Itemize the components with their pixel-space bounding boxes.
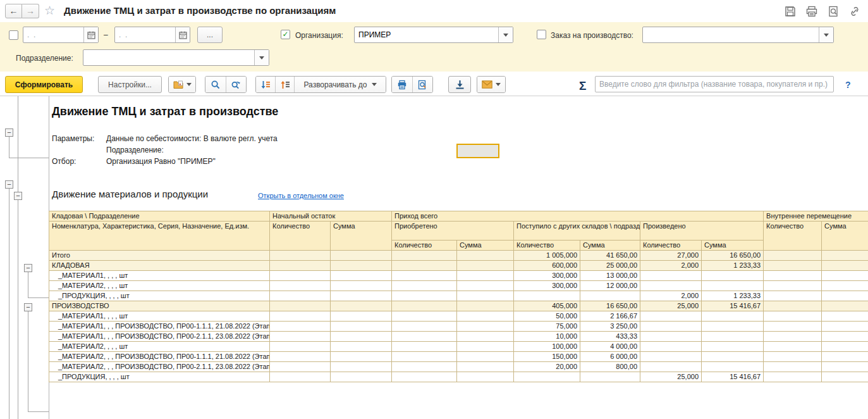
find-next-button[interactable] <box>226 77 246 92</box>
value-cell[interactable] <box>457 311 514 322</box>
value-cell[interactable]: 433,33 <box>580 332 640 342</box>
value-cell[interactable] <box>457 332 514 342</box>
value-cell[interactable]: 600,000 <box>514 261 580 271</box>
value-cell[interactable] <box>392 342 457 352</box>
value-cell[interactable] <box>270 322 331 332</box>
header-sum[interactable]: Сумма <box>331 222 392 251</box>
row-label-cell[interactable]: _МАТЕРИАЛ1, , , ПРОИЗВОДСТВО, ПР00-1.1.1… <box>49 322 270 332</box>
value-cell[interactable] <box>822 362 868 372</box>
header-sum[interactable]: Сумма <box>822 222 868 251</box>
value-cell[interactable] <box>457 251 514 261</box>
value-cell[interactable] <box>514 372 580 382</box>
row-label-cell[interactable]: _МАТЕРИАЛ2, , , ПРОИЗВОДСТВО, ПР00-2.1.1… <box>49 362 270 372</box>
row-label-cell[interactable]: _МАТЕРИАЛ1, , , , шт <box>49 311 270 322</box>
production-order-dropdown-button[interactable] <box>819 27 833 42</box>
value-cell[interactable]: 16 650,00 <box>702 251 764 261</box>
value-cell[interactable]: 12 000,00 <box>580 281 640 291</box>
quick-filter-input[interactable] <box>596 77 833 92</box>
value-cell[interactable] <box>822 301 868 311</box>
print-preview-button[interactable] <box>826 4 840 18</box>
department-dropdown-button[interactable] <box>254 50 269 65</box>
forward-button[interactable]: → <box>22 4 39 18</box>
value-cell[interactable]: 50,000 <box>514 311 580 322</box>
help-button[interactable]: ? <box>845 80 851 90</box>
value-cell[interactable]: 25,000 <box>640 301 702 311</box>
value-cell[interactable] <box>457 261 514 271</box>
value-cell[interactable] <box>457 362 514 372</box>
period-checkbox[interactable] <box>9 30 18 40</box>
value-cell[interactable] <box>457 271 514 281</box>
value-cell[interactable] <box>764 332 822 342</box>
value-cell[interactable] <box>580 372 640 382</box>
value-cell[interactable] <box>270 332 331 342</box>
value-cell[interactable] <box>457 342 514 352</box>
value-cell[interactable]: 25 000,00 <box>580 261 640 271</box>
value-cell[interactable] <box>640 281 702 291</box>
value-cell[interactable]: 27,000 <box>640 251 702 261</box>
value-cell[interactable] <box>331 251 392 261</box>
value-cell[interactable] <box>822 311 868 322</box>
header-received[interactable]: Поступило с других складов \ подразделен… <box>514 222 640 241</box>
value-cell[interactable] <box>331 261 392 271</box>
value-cell[interactable]: 2,000 <box>640 261 702 271</box>
value-cell[interactable]: 1 233,33 <box>702 261 764 271</box>
value-cell[interactable] <box>764 261 822 271</box>
header-initial-balance[interactable]: Начальный остаток <box>270 211 392 222</box>
value-cell[interactable] <box>640 342 702 352</box>
sum-sigma-icon[interactable]: Σ <box>579 79 586 93</box>
header-qty[interactable]: Количество <box>764 222 822 251</box>
value-cell[interactable] <box>331 342 392 352</box>
value-cell[interactable] <box>764 291 822 301</box>
value-cell[interactable] <box>764 362 822 372</box>
collapse-header-group-button[interactable]: − <box>5 128 13 137</box>
date-from-calendar-button[interactable] <box>83 27 98 42</box>
value-cell[interactable] <box>331 311 392 322</box>
quick-print-button[interactable] <box>392 77 412 92</box>
value-cell[interactable] <box>331 322 392 332</box>
value-cell[interactable] <box>331 352 392 362</box>
header-sum[interactable]: Сумма <box>457 241 514 251</box>
value-cell[interactable] <box>764 342 822 352</box>
date-from-input[interactable] <box>23 27 83 42</box>
row-label-cell[interactable]: _МАТЕРИАЛ1, , , ПРОИЗВОДСТВО, ПР00-2.1.1… <box>49 332 270 342</box>
value-cell[interactable]: 6 000,00 <box>580 352 640 362</box>
value-cell[interactable] <box>702 311 764 322</box>
value-cell[interactable] <box>764 372 822 382</box>
value-cell[interactable] <box>640 362 702 372</box>
report-variants-button[interactable] <box>169 77 195 92</box>
value-cell[interactable]: 16 650,00 <box>580 301 640 311</box>
save-button[interactable] <box>783 4 797 18</box>
value-cell[interactable]: 100,000 <box>514 342 580 352</box>
value-cell[interactable]: 10,000 <box>514 332 580 342</box>
collapse-proizvodstvo-button[interactable]: − <box>24 303 32 311</box>
header-purchased[interactable]: Приобретено <box>392 222 514 241</box>
organization-checkbox[interactable]: ✓ <box>281 30 290 39</box>
value-cell[interactable] <box>331 362 392 372</box>
header-qty[interactable]: Количество <box>640 241 702 251</box>
date-to-input[interactable] <box>115 27 175 42</box>
header-qty[interactable]: Количество <box>270 222 331 251</box>
value-cell[interactable]: 2,000 <box>640 291 702 301</box>
favorite-star-icon[interactable]: ☆ <box>44 3 55 18</box>
value-cell[interactable] <box>822 251 868 261</box>
value-cell[interactable] <box>392 271 457 281</box>
value-cell[interactable] <box>580 291 640 301</box>
preview-button[interactable] <box>412 77 432 92</box>
header-qty[interactable]: Количество <box>514 241 580 251</box>
value-cell[interactable] <box>270 372 331 382</box>
row-label-cell[interactable]: _ПРОДУКЦИЯ, , , , шт <box>49 372 270 382</box>
value-cell[interactable] <box>331 332 392 342</box>
value-cell[interactable] <box>702 322 764 332</box>
row-label-cell[interactable]: Итого <box>49 251 270 261</box>
value-cell[interactable] <box>822 342 868 352</box>
header-internal-movement[interactable]: Внутреннее перемещение <box>764 211 868 222</box>
value-cell[interactable] <box>640 322 702 332</box>
row-label-cell[interactable]: _МАТЕРИАЛ2, , , , шт <box>49 281 270 291</box>
send-email-button[interactable] <box>477 77 505 92</box>
row-label-cell[interactable]: _МАТЕРИАЛ2, , , , шт <box>49 342 270 352</box>
value-cell[interactable]: 1 005,000 <box>514 251 580 261</box>
row-label-cell[interactable]: ПРОИЗВОДСТВО <box>49 301 270 311</box>
collapse-table-group-button[interactable]: − <box>14 192 22 200</box>
value-cell[interactable] <box>764 322 822 332</box>
value-cell[interactable] <box>702 332 764 342</box>
